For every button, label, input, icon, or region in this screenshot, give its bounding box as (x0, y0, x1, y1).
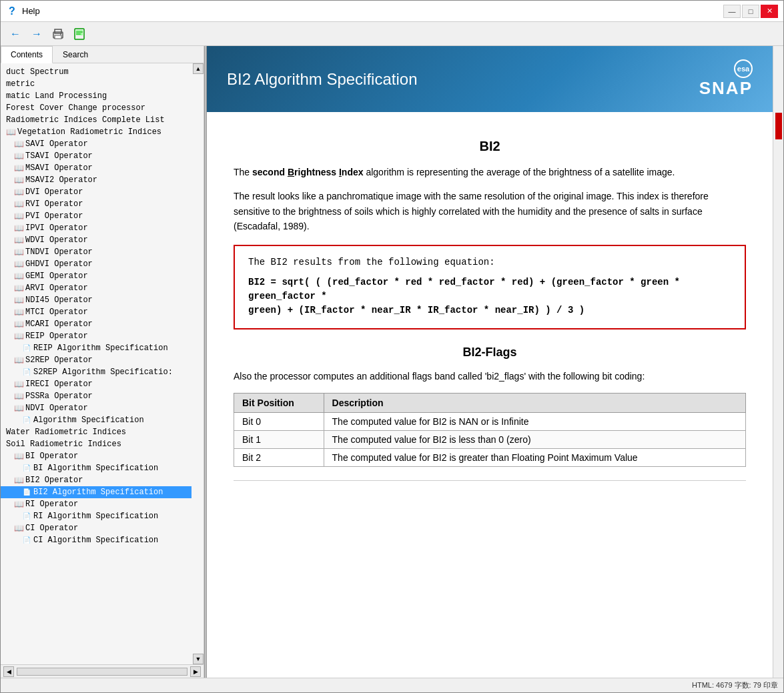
tree-item[interactable]: 📄BI Algorithm Specification (1, 462, 191, 474)
tree-item-label: Forest Cover Change processor (6, 103, 145, 113)
tree-item[interactable]: metric (1, 78, 191, 90)
left-panel: Contents Search ▲ duct Spectrummetricmat… (1, 46, 204, 678)
scroll-down-arrow[interactable]: ▼ (193, 654, 204, 664)
tree-item[interactable]: 📖GHDVI Operator (1, 258, 191, 270)
tree-item-label: metric (6, 79, 35, 89)
minimize-button[interactable]: — (723, 5, 741, 18)
title-bar: ? Help — □ ✕ (1, 1, 783, 22)
tree-item[interactable]: 📄REIP Algorithm Specification (1, 342, 191, 354)
tree-item[interactable]: 📖Vegetation Radiometric Indices (1, 126, 191, 138)
equation-box: The BI2 results from the following equat… (234, 245, 746, 329)
table-cell-bit: Bit 1 (234, 430, 324, 448)
status-right: HTML: 4679 字数: 79 印章 (692, 680, 778, 690)
scrollbar-track[interactable] (17, 668, 187, 676)
tree-item[interactable]: 📖MTCI Operator (1, 306, 191, 318)
tree-item[interactable]: 📄Algorithm Specification (1, 414, 191, 426)
close-button[interactable]: ✕ (761, 5, 778, 18)
tree-item-label: IRECI Operator (25, 380, 93, 389)
scroll-left-button[interactable]: ◀ (3, 666, 14, 677)
tree-item-label: NDVI Operator (25, 404, 88, 413)
tree-item[interactable]: 📖TSAVI Operator (1, 150, 191, 162)
tree-item[interactable]: 📖RVI Operator (1, 198, 191, 210)
tree-item[interactable]: 📄S2REP Algorithm Specificatio: (1, 366, 191, 378)
tree-item[interactable]: 📖S2REP Operator (1, 354, 191, 366)
tree-item[interactable]: duct Spectrum (1, 66, 191, 78)
tree-item[interactable]: matic Land Processing (1, 90, 191, 102)
tree-item[interactable]: Radiometric Indices Complete List (1, 114, 191, 126)
table-header-desc: Description (324, 393, 745, 412)
tree-area[interactable]: ▲ duct Spectrummetricmatic Land Processi… (1, 63, 204, 664)
tree-item[interactable]: 📖REIP Operator (1, 330, 191, 342)
bookmark-button[interactable] (70, 25, 89, 43)
tree-item[interactable]: 📖MSAVI2 Operator (1, 174, 191, 186)
maximize-button[interactable]: □ (742, 5, 759, 18)
print-button[interactable] (49, 25, 67, 43)
tree-item[interactable]: 📄BI2 Algorithm Specification (1, 486, 191, 498)
tree-item[interactable]: 📖ARVI Operator (1, 282, 191, 294)
tree-item[interactable]: 📖RI Operator (1, 498, 191, 510)
tree-item[interactable]: 📄RI Algorithm Specification (1, 510, 191, 522)
page-icon: 📄 (22, 488, 31, 497)
tree-item[interactable]: Water Radiometric Indices (1, 426, 191, 438)
back-button[interactable]: ← (6, 25, 25, 43)
scrollbar-down[interactable]: ▼ (193, 654, 204, 664)
tree-item[interactable]: 📖MCARI Operator (1, 318, 191, 330)
page-icon: 📄 (22, 536, 31, 545)
horizontal-scrollbar: ◀ ▶ (1, 664, 204, 678)
tree-item-label: Algorithm Specification (33, 416, 144, 425)
tree-item-label: REIP Algorithm Specification (33, 343, 168, 353)
book-icon: 📖 (14, 452, 23, 461)
tree-item[interactable]: Forest Cover Change processor (1, 102, 191, 114)
page-icon: 📄 (22, 343, 31, 353)
tree-item[interactable]: 📖BI2 Operator (1, 474, 191, 486)
tab-search[interactable]: Search (53, 46, 98, 63)
tree-item[interactable]: 📄CI Algorithm Specification (1, 534, 191, 546)
book-icon: 📖 (14, 524, 23, 533)
tree-item[interactable]: 📖BI Operator (1, 450, 191, 462)
help-window: ? Help — □ ✕ ← → (0, 0, 784, 693)
tab-contents[interactable]: Contents (1, 46, 53, 63)
book-icon: 📖 (14, 356, 23, 365)
tree-item[interactable]: 📖GEMI Operator (1, 270, 191, 282)
tree-item-label: S2REP Algorithm Specificatio: (33, 368, 173, 377)
tree-item[interactable]: 📖SAVI Operator (1, 138, 191, 150)
scrollbar-up[interactable]: ▲ (193, 63, 204, 74)
section-title: BI2 (234, 139, 746, 154)
tree-item-label: BI2 Operator (25, 476, 83, 485)
tree-item[interactable]: 📖IRECI Operator (1, 378, 191, 390)
page-icon: 📄 (22, 368, 31, 377)
forward-button[interactable]: → (27, 25, 46, 43)
scroll-up-arrow[interactable]: ▲ (193, 63, 204, 74)
book-icon: 📖 (14, 319, 23, 329)
svg-point-3 (60, 33, 61, 35)
tree-item[interactable]: 📖PVI Operator (1, 210, 191, 222)
tree-item-label: BI Algorithm Specification (33, 464, 158, 473)
scroll-right-button[interactable]: ▶ (190, 666, 201, 677)
tree-item[interactable]: 📖TNDVI Operator (1, 246, 191, 258)
book-icon: 📖 (14, 259, 23, 269)
tree-item[interactable]: 📖NDVI Operator (1, 402, 191, 414)
tree-item-label: WDVI Operator (25, 235, 88, 245)
tree-item[interactable]: 📖IPVI Operator (1, 222, 191, 234)
side-scroll (773, 46, 783, 678)
table-cell-bit: Bit 2 (234, 448, 324, 466)
tree-item[interactable]: 📖MSAVI Operator (1, 162, 191, 174)
tree-item[interactable]: 📖DVI Operator (1, 186, 191, 198)
tree-item-label: DVI Operator (25, 187, 83, 197)
flags-table: Bit Position Description Bit 0The comput… (234, 393, 746, 467)
table-header-bit: Bit Position (234, 393, 324, 412)
book-icon: 📖 (14, 139, 23, 149)
tab-bar: Contents Search (1, 46, 204, 63)
tree-item-label: Water Radiometric Indices (6, 428, 126, 437)
tree-item[interactable]: 📖PSSRa Operator (1, 390, 191, 402)
tree-item[interactable]: 📖NDI45 Operator (1, 294, 191, 306)
table-cell-desc: The computed value for BI2 is greater th… (324, 448, 745, 466)
tree-item-label: duct Spectrum (6, 67, 69, 77)
tree-item-label: RI Operator (25, 500, 78, 509)
tree-item[interactable]: 📖WDVI Operator (1, 234, 191, 246)
tree-item[interactable]: 📖CI Operator (1, 522, 191, 534)
tree-item-label: TNDVI Operator (25, 247, 93, 257)
page-icon: 📄 (22, 512, 31, 521)
tree-item[interactable]: Soil Radiometric Indices (1, 438, 191, 450)
content-body: BI2 The second Brightness Index algorith… (207, 112, 773, 508)
